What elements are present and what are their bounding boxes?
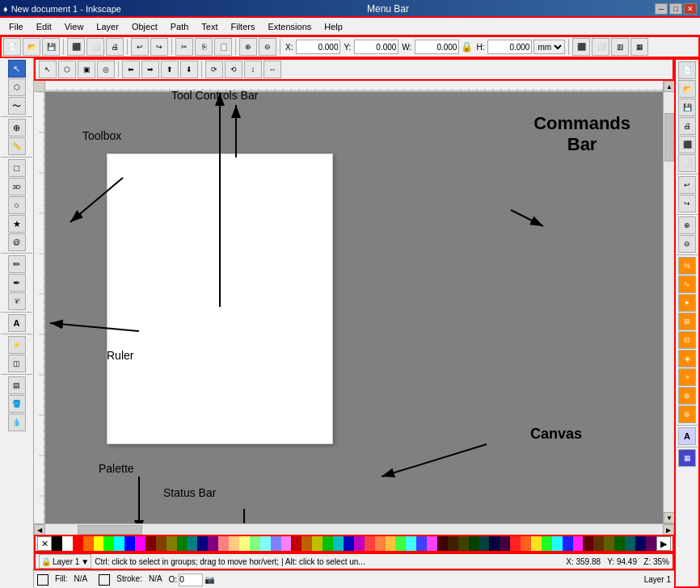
palette-swatch[interactable] <box>614 536 625 551</box>
tool-spiral[interactable]: @ <box>8 233 26 251</box>
palette-swatch[interactable] <box>260 536 271 551</box>
palette-swatch[interactable] <box>156 536 167 551</box>
palette-arrow-right[interactable]: ▶ <box>656 536 671 551</box>
palette-swatch[interactable] <box>427 536 437 551</box>
tool-eraser[interactable]: ◫ <box>8 355 26 372</box>
tcb-btn3[interactable]: ▣ <box>78 61 95 78</box>
palette-swatch[interactable] <box>365 536 375 551</box>
palette-swatch[interactable] <box>145 536 156 551</box>
palette-swatch[interactable] <box>302 536 312 551</box>
palette-swatch[interactable] <box>323 536 333 551</box>
tool-node[interactable]: ⬡ <box>8 78 26 96</box>
palette-swatch[interactable] <box>291 536 302 551</box>
menu-help[interactable]: Help <box>318 19 348 34</box>
palette-swatch[interactable] <box>510 536 521 551</box>
palette-swatch[interactable] <box>250 536 260 551</box>
toolbar-open[interactable]: 📂 <box>23 38 40 56</box>
palette-swatch[interactable] <box>563 536 573 551</box>
toolbar-align3[interactable]: ▥ <box>611 38 629 56</box>
x-input[interactable] <box>296 40 340 54</box>
toolbar-undo[interactable]: ↩ <box>131 38 149 56</box>
cmd-snap4[interactable]: ⊞ <box>678 313 696 330</box>
palette-swatch[interactable] <box>281 536 292 551</box>
palette-swatch[interactable] <box>386 536 396 551</box>
palette-swatch[interactable] <box>604 536 614 551</box>
toolbar-save[interactable]: 💾 <box>42 38 60 56</box>
y-input[interactable] <box>354 40 398 54</box>
palette-swatch[interactable] <box>406 536 416 551</box>
palette-swatch[interactable] <box>395 536 406 551</box>
palette-swatch[interactable] <box>229 536 239 551</box>
palette-swatch[interactable] <box>646 536 656 551</box>
palette-swatch[interactable] <box>625 536 635 551</box>
toolbar-copy[interactable]: ⎘ <box>195 38 213 56</box>
cmd-grid[interactable]: ▦ <box>678 449 696 467</box>
tcb-btn11[interactable]: ↕ <box>244 61 262 78</box>
cmd-import[interactable]: ⬛ <box>678 136 696 153</box>
tcb-btn2[interactable]: ⬡ <box>58 61 76 78</box>
cmd-zoom-in[interactable]: ⊕ <box>678 216 696 234</box>
status-layer-selector[interactable]: 🔒 Layer 1 ▼ <box>39 554 91 569</box>
maximize-button[interactable]: □ <box>669 3 682 15</box>
tool-measure[interactable]: 📏 <box>8 137 26 155</box>
palette-swatch[interactable] <box>312 536 323 551</box>
palette-swatch[interactable] <box>177 536 188 551</box>
layer-chevron[interactable]: ▼ <box>81 557 89 566</box>
cmd-text[interactable]: A <box>678 427 696 445</box>
palette-swatch[interactable] <box>531 536 542 551</box>
hscroll-thumb[interactable] <box>78 525 142 535</box>
tcb-btn5[interactable]: ⬅ <box>122 61 140 78</box>
cmd-snap3[interactable]: ✦ <box>678 294 696 312</box>
cmd-open[interactable]: 📂 <box>678 80 696 98</box>
toolbar-align4[interactable]: ▦ <box>630 38 648 56</box>
palette-swatch[interactable] <box>103 536 114 551</box>
tool-gradient[interactable]: ▤ <box>8 376 26 394</box>
cmd-print[interactable]: 🖨 <box>678 117 696 135</box>
toolbar-align2[interactable]: ⬜ <box>592 38 609 56</box>
cmd-save[interactable]: 💾 <box>678 99 696 116</box>
horizontal-scrollbar[interactable]: ◀ ▶ <box>34 523 674 535</box>
tcb-btn12[interactable]: ↔ <box>264 61 281 78</box>
cmd-zoom-out[interactable]: ⊖ <box>678 235 696 253</box>
palette-swatch[interactable] <box>635 536 646 551</box>
palette-swatch[interactable] <box>218 536 229 551</box>
palette-swatch[interactable] <box>552 536 563 551</box>
toolbar-export[interactable]: ⬜ <box>86 38 104 56</box>
opacity-input[interactable] <box>179 573 203 586</box>
tool-pen[interactable]: ✒ <box>8 274 26 292</box>
menu-text[interactable]: Text <box>196 19 223 34</box>
tcb-btn7[interactable]: ⬆ <box>161 61 179 78</box>
palette-swatch[interactable] <box>73 536 83 551</box>
palette-swatch[interactable] <box>521 536 531 551</box>
vscroll-down[interactable]: ▼ <box>664 512 674 523</box>
tool-bucket[interactable]: 🪣 <box>8 395 26 413</box>
cmd-snap2[interactable]: ∿ <box>678 275 696 293</box>
tcb-btn8[interactable]: ⬇ <box>180 61 198 78</box>
cmd-snap9[interactable]: ⊗ <box>678 405 696 423</box>
toolbar-paste[interactable]: 📋 <box>214 38 232 56</box>
toolbar-align1[interactable]: ⬛ <box>572 38 590 56</box>
palette-swatch[interactable] <box>135 536 145 551</box>
palette-swatch[interactable] <box>354 536 365 551</box>
menu-path[interactable]: Path <box>165 19 195 34</box>
palette-swatch[interactable] <box>344 536 354 551</box>
cmd-snap5[interactable]: ⊟ <box>678 331 696 349</box>
toolbar-import[interactable]: ⬛ <box>67 38 85 56</box>
close-button[interactable]: ✕ <box>684 3 697 15</box>
hscroll-right[interactable]: ▶ <box>663 524 674 536</box>
tcb-btn9[interactable]: ⟳ <box>205 61 223 78</box>
cmd-redo[interactable]: ↪ <box>678 195 696 212</box>
palette-swatch[interactable] <box>197 536 208 551</box>
palette-swatch[interactable] <box>573 536 584 551</box>
tool-calligraphy[interactable]: 𝒞 <box>8 292 26 310</box>
tool-smooth[interactable]: 〜 <box>8 97 26 115</box>
w-input[interactable] <box>415 40 459 54</box>
palette-swatch[interactable] <box>448 536 458 551</box>
vscroll-up[interactable]: ▲ <box>664 81 674 92</box>
tool-pencil[interactable]: ✏ <box>8 255 26 273</box>
tool-star[interactable]: ★ <box>8 215 26 233</box>
tool-spray[interactable]: ⚡ <box>8 336 26 354</box>
unit-select[interactable]: mm px pt cm in <box>533 40 565 54</box>
vscroll-thumb[interactable] <box>664 113 674 162</box>
tool-select[interactable]: ↖ <box>8 60 26 78</box>
